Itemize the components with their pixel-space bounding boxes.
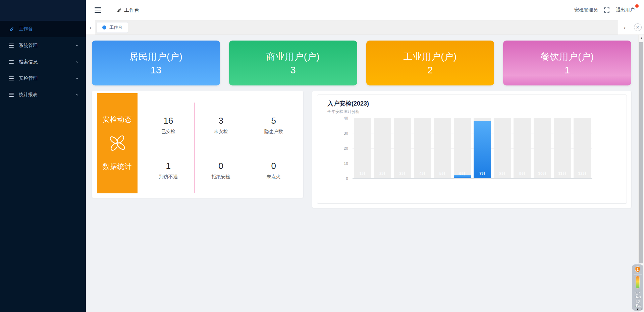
card-value: 13 (151, 65, 161, 76)
leaf-icon (9, 26, 14, 32)
stat-label: 未点火 (267, 174, 281, 180)
background-bar (354, 118, 371, 178)
sidebar-item-workbench[interactable]: 工作台 (0, 21, 86, 37)
bar-month-7[interactable]: 7月 (472, 118, 492, 178)
stat-not-ignited: 0 未点火 (247, 148, 300, 193)
stat-value: 5 (271, 116, 276, 126)
stat-visit-missed: 1 到访不遇 (142, 148, 195, 193)
background-bar (434, 118, 451, 178)
stat-hazard-households: 5 隐患户数 (247, 103, 300, 148)
bar-month-12[interactable]: 12月 (572, 118, 592, 178)
x-tick-label: 11月 (552, 171, 573, 177)
background-bar (554, 118, 571, 178)
chevron-down-icon (75, 60, 79, 64)
svg-text:1: 1 (637, 267, 639, 271)
menu-lines-icon (9, 59, 14, 65)
breadcrumb: 工作台 (117, 7, 139, 13)
chart-plot: 1月2月3月4月5月6月7月8月9月10月11月12月 (353, 118, 592, 179)
download-speed-value: 1.2 (634, 300, 641, 304)
widget-collapse-arrow[interactable]: ▼ (636, 308, 639, 311)
close-all-tabs-button[interactable]: ✕ (631, 20, 644, 35)
logout-label: 退出用户 (616, 7, 635, 12)
stat-label: 拒绝安检 (211, 174, 230, 180)
stat-not-inspected: 3 未安检 (195, 103, 248, 148)
bar-month-9[interactable]: 9月 (513, 118, 533, 178)
stat-value: 0 (271, 161, 276, 171)
bar-month-1[interactable]: 1月 (353, 118, 373, 178)
x-tick-label: 10月 (532, 171, 552, 177)
bar-month-8[interactable]: 8月 (492, 118, 513, 178)
sidebar-item-label: 档案信息 (19, 59, 38, 65)
dynamics-side-block: 安检动态 数据统计 (97, 93, 138, 193)
card-industrial-users: 工业用户(户) 2 (366, 41, 494, 85)
scrollbar-up-arrow[interactable]: ▲ (639, 35, 644, 41)
sidebar-item-reports[interactable]: 统计报表 (0, 86, 86, 103)
card-resident-users: 居民用户(户) 13 (92, 41, 220, 85)
x-tick-label: 4月 (413, 171, 433, 177)
logout-button[interactable]: 退出用户 (616, 7, 636, 13)
bar-month-11[interactable]: 11月 (552, 118, 573, 178)
stat-label: 到访不遇 (159, 174, 178, 180)
download-speed: 1.2 ↓K/s (634, 300, 641, 307)
bar-month-10[interactable]: 10月 (532, 118, 552, 178)
x-tick-label: 9月 (513, 171, 533, 177)
background-bar (494, 118, 511, 178)
y-tick-label: 20 (344, 146, 348, 151)
sidebar-item-label: 工作台 (19, 26, 33, 32)
tabs-scroll-right-button[interactable]: › (618, 20, 631, 35)
x-tick-label: 5月 (432, 171, 452, 177)
stat-refused: 0 拒绝安检 (195, 148, 248, 193)
card-title: 工业用户(户) (403, 51, 457, 63)
tabs-scroll-left-button[interactable]: ‹ (86, 20, 95, 35)
card-title: 餐饮用户(户) (540, 51, 594, 63)
card-value: 3 (290, 65, 296, 76)
main-area: 工作台 安检管理员 退出用户 ‹ 工作台 › ✕ (86, 0, 644, 312)
background-bar (374, 118, 391, 178)
username-label: 安检管理员 (574, 7, 598, 13)
sidebar-item-system[interactable]: 系统管理 (0, 37, 86, 54)
bar-month-3[interactable]: 3月 (392, 118, 413, 178)
stat-value: 3 (218, 116, 223, 126)
fullscreen-icon[interactable] (604, 7, 610, 13)
pinwheel-icon (108, 133, 127, 153)
upload-speed-unit: K/s (636, 295, 641, 299)
bar-month-4[interactable]: 4月 (413, 118, 433, 178)
x-tick-label: 3月 (392, 171, 413, 177)
background-bar (414, 118, 431, 178)
sidebar-item-label: 统计报表 (19, 92, 38, 98)
sidebar-item-inspection[interactable]: 安检管理 (0, 70, 86, 86)
tab-workbench[interactable]: 工作台 (97, 22, 128, 33)
chart-card: 入户安检(2023) 全年安检统计分析 010203040 1月2月3月4月5月… (317, 95, 627, 204)
x-tick-label: 7月 (472, 171, 492, 177)
bar-month-6[interactable]: 6月 (452, 118, 473, 178)
hamburger-menu-button[interactable] (88, 0, 108, 20)
chart-subtitle: 全年安检统计分析 (327, 109, 360, 115)
card-title: 居民用户(户) (129, 51, 183, 63)
header: 工作台 安检管理员 退出用户 (86, 0, 644, 20)
bar-month-5[interactable]: 5月 (432, 118, 452, 178)
sidebar-item-archives[interactable]: 档案信息 (0, 54, 86, 70)
stat-cards-row: 居民用户(户) 13 商业用户(户) 3 工业用户(户) 2 餐饮用户(户) 1 (92, 41, 631, 85)
y-tick-label: 0 (346, 176, 348, 181)
background-bar (534, 118, 551, 178)
tabs-area: 工作台 (95, 20, 618, 35)
content: 居民用户(户) 13 商业用户(户) 3 工业用户(户) 2 餐饮用户(户) 1… (86, 35, 644, 312)
x-tick-label: 1月 (353, 171, 373, 177)
card-catering-users: 餐饮用户(户) 1 (503, 41, 631, 85)
panels-row: 安检动态 数据统计 16 已安检 (92, 91, 631, 208)
tabs-bar: ‹ 工作台 › ✕ (86, 20, 644, 35)
dynamics-title: 安检动态 (103, 115, 132, 124)
stat-value: 0 (218, 161, 223, 171)
scrollbar-thumb[interactable] (639, 42, 643, 263)
sidebar-logo-area (0, 0, 86, 21)
card-title: 商业用户(户) (266, 51, 320, 63)
sidebar: 工作台 系统管理 档案信息 安检管理 统计报表 (0, 0, 86, 312)
header-right: 安检管理员 退出用户 (574, 7, 636, 13)
bar-month-2[interactable]: 2月 (373, 118, 393, 178)
net-speed-widget[interactable]: 1 5.7 ↑K/s 1.2 ↓K/s ▼ (632, 264, 643, 311)
menu-lines-icon (9, 76, 14, 81)
stat-value: 1 (166, 161, 171, 171)
close-circle-icon: ✕ (634, 23, 642, 31)
widget-divider (634, 290, 642, 290)
notification-dot (635, 4, 639, 8)
